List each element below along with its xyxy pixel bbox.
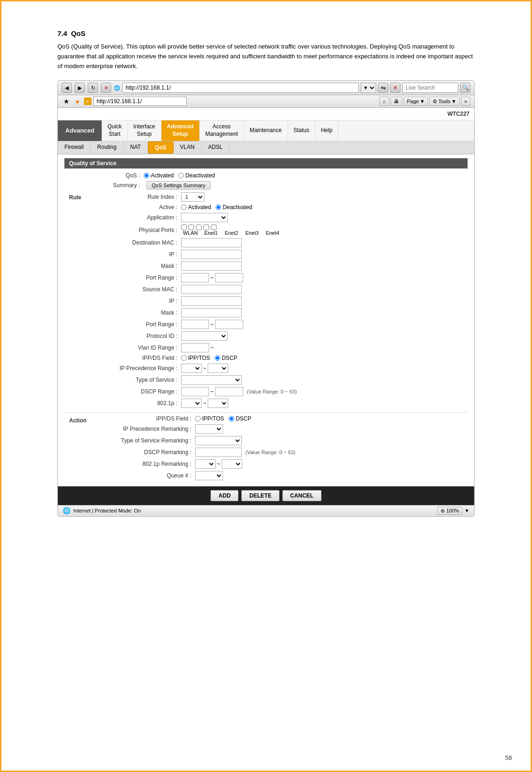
home-button[interactable]: ⌂ [379,97,389,106]
page-button[interactable]: Page ▼ [404,97,428,106]
port-enet4-checkbox[interactable] [211,225,217,230]
tilde-1: ~ [210,274,214,281]
address-input[interactable] [122,83,359,93]
subnav-qos[interactable]: QoS [148,141,174,154]
action-ip-prec-row: IP Precedence Remarking : [102,424,468,434]
subnav-nat[interactable]: NAT [124,141,148,154]
tab-advanced-setup[interactable]: AdvancedSetup [161,120,200,140]
dest-ip-input[interactable] [181,250,242,259]
add-button[interactable]: ADD [210,490,238,501]
search-button[interactable]: 🔍 [460,83,470,93]
action-tos-select[interactable] [195,436,242,445]
zoom-dropdown[interactable]: ▼ [464,508,469,513]
close-button[interactable]: ✕ [101,83,111,93]
address-dropdown[interactable]: ▼ [361,83,376,93]
enet3-label: Enet3 [243,230,261,236]
browser-status-bar: 🌐 Internet | Protected Mode: On ⊛ 100% ▼ [58,505,474,516]
tab-status[interactable]: Status [288,120,315,140]
dscp-end-input[interactable] [215,387,243,396]
print-button[interactable]: 🖶 [391,97,402,106]
qos-deactivated-radio[interactable] [178,173,184,178]
action-ippds-label: IPP/DS Field : [102,415,195,422]
cancel-button[interactable]: CANCEL [282,490,322,501]
tab-access-management[interactable]: AccessManagement [200,120,244,140]
action-8021p-end-select[interactable] [222,459,242,469]
action-queue-row: Queue # : [102,471,468,480]
8021p-start-select[interactable] [181,399,202,408]
port-enet2-checkbox[interactable] [196,225,202,230]
src-mask-input[interactable] [181,308,242,317]
wlan-label: WLAN [181,230,200,236]
go-button[interactable]: ⇋ [378,83,388,93]
forward-button[interactable]: ▶ [75,83,85,93]
ip-prec-start-select[interactable] [181,364,202,373]
dest-mask-label: Mask : [102,263,181,269]
port-enet3-checkbox[interactable] [203,225,209,230]
src-ip-label: IP : [102,298,181,304]
dscp-option[interactable]: DSCP [215,355,237,361]
src-mac-row: Source MAC : [102,285,468,294]
qos-activated-option[interactable]: Activated [144,172,174,179]
protocol-id-select[interactable] [181,331,228,341]
stop-button[interactable]: ✕ [390,83,400,93]
application-select[interactable] [181,213,228,222]
action-8021p-start-select[interactable] [195,459,216,469]
subnav-adsl[interactable]: ADSL [202,141,230,154]
src-mac-input[interactable] [181,285,242,294]
action-ipp-tos-radio[interactable] [195,416,201,421]
address-input-2[interactable] [93,97,187,106]
tools-button[interactable]: ⚙ Tools ▼ [429,97,460,106]
delete-button[interactable]: DELETE [241,490,279,501]
port-enet1-checkbox[interactable] [189,225,194,230]
tab-interface-setup[interactable]: InterfaceSetup [128,120,161,140]
active-activated-option[interactable]: Activated [181,204,211,211]
subnav-routing[interactable]: Routing [91,141,123,154]
rss-icon[interactable]: ● [73,97,82,106]
star-icon[interactable]: ★ [62,97,71,106]
more-button[interactable]: » [461,97,470,106]
port-wlan-checkbox[interactable] [181,225,187,230]
tos-select[interactable] [181,375,242,385]
dscp-radio[interactable] [215,355,220,361]
subnav-vlan[interactable]: VLAN [174,141,202,154]
active-deactivated-radio[interactable] [216,204,221,210]
tab-help[interactable]: Help [315,120,339,140]
qos-deactivated-option[interactable]: Deactivated [178,172,215,179]
refresh-button[interactable]: ↻ [88,83,98,93]
search-input[interactable] [402,83,458,93]
summary-button[interactable]: QoS Settings Summary [147,181,210,189]
action-dscp-hint: (Value Range: 0 ~ 63) [245,449,295,455]
subnav-firewall[interactable]: Firewall [58,141,91,154]
active-activated-radio[interactable] [181,204,187,210]
action-dscp-radio[interactable] [229,416,234,421]
rule-index-select[interactable]: 123 [181,192,204,202]
rule-index-label: Rule Index : [102,194,181,200]
src-ip-input[interactable] [181,296,242,306]
action-dscp-option[interactable]: DSCP [229,415,251,422]
zoom-button[interactable]: ⊛ 100% [437,507,462,515]
action-ipp-tos-option[interactable]: IPP/TOS [195,415,224,422]
sub-nav: Firewall Routing NAT QoS VLAN ADSL [58,141,474,154]
tab-maintenance[interactable]: Maintenance [244,120,288,140]
src-port-start-input[interactable] [181,320,209,329]
dscp-start-input[interactable] [181,387,209,396]
ipp-tos-radio[interactable] [181,355,187,361]
back-button[interactable]: ◀ [62,83,72,93]
src-port-end-input[interactable] [215,320,243,329]
ip-prec-end-select[interactable] [208,364,228,373]
dest-port-end-input[interactable] [215,273,243,282]
dest-mask-input[interactable] [181,261,242,271]
tab-quick-start[interactable]: QuickStart [102,120,128,140]
active-deactivated-option[interactable]: Deactivated [216,204,252,211]
action-queue-select[interactable] [195,471,223,480]
qos-activated-radio[interactable] [144,173,149,178]
action-ip-prec-select[interactable] [195,424,223,434]
dest-mac-input[interactable] [181,238,242,247]
action-dscp-input[interactable] [195,448,242,457]
dest-port-start-input[interactable] [181,273,209,282]
ipp-tos-option[interactable]: IPP/TOS [181,355,210,361]
rule-section: Rule Rule Index : 123 Active : [64,192,468,410]
router-body: Quality of Service QoS : Activated Deact… [58,154,474,486]
vlan-id-start-input[interactable] [181,343,209,352]
8021p-end-select[interactable] [208,399,228,408]
